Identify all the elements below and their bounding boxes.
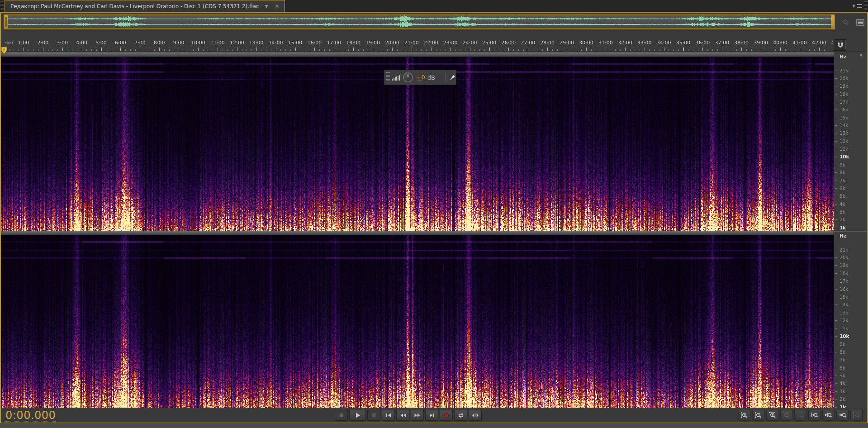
frequency-label: 8k: [840, 349, 845, 355]
pause-icon: [370, 413, 378, 418]
scale-options-icon[interactable]: ▼: [860, 53, 863, 57]
magnet-icon: [837, 42, 844, 49]
ruler-minute-label: 40:00: [773, 40, 787, 46]
frequency-scale-right: Hz21k20k19k18k17k16k15k14k13k12k11k10k9k…: [834, 232, 867, 410]
fast-forward-button[interactable]: [411, 410, 424, 421]
pause-button: [367, 410, 380, 421]
record-button[interactable]: [440, 410, 453, 421]
overview-waveform[interactable]: [5, 15, 833, 28]
frequency-label: 11k: [840, 326, 848, 331]
ruler-minute-label: 35:00: [676, 40, 691, 46]
zoom-out-time-button: [780, 410, 792, 421]
frequency-label: 15k: [840, 294, 848, 300]
snap-toggle-button[interactable]: [834, 39, 846, 51]
ruler-minute-label: 39:00: [754, 40, 768, 46]
ruler-minute-label: 14:00: [269, 40, 283, 46]
skip-end-icon: [428, 413, 436, 418]
ruler-minute-label: 41:00: [792, 40, 807, 46]
zoom-out-amplitude-button[interactable]: [752, 410, 764, 421]
frequency-label: 12k: [840, 138, 848, 144]
playhead-time-display[interactable]: 0:00.000: [5, 409, 56, 422]
skip-start-icon: [385, 413, 392, 418]
editor-panel: чмс 1:002:003:004:005:006:007:008:009:00…: [0, 12, 868, 423]
gain-knob[interactable]: [403, 72, 413, 82]
window-bottom-strip: [0, 424, 868, 428]
skip-sel-icon: [472, 413, 479, 418]
timeline-ruler[interactable]: чмс 1:002:003:004:005:006:007:008:009:00…: [1, 31, 867, 52]
frequency-label: 6k: [840, 185, 845, 191]
frequency-label: 8k: [840, 170, 845, 175]
overview-navigator[interactable]: [4, 14, 835, 29]
rewind-button[interactable]: [396, 410, 409, 421]
frequency-label: 9k: [840, 341, 845, 347]
ruler-minute-label: 29:00: [560, 40, 574, 46]
zoom-to-selection-button[interactable]: [836, 410, 849, 421]
tab-dropdown-icon[interactable]: ▼: [263, 4, 270, 9]
panel-menu-icon[interactable]: ▼: [850, 0, 864, 12]
frequency-label: 10k: [840, 154, 849, 159]
frequency-label: 6k: [840, 365, 845, 371]
overview-left-handle[interactable]: [5, 15, 8, 29]
overview-zoom-out-icon[interactable]: [841, 18, 851, 27]
spectrogram-right-channel[interactable]: [1, 235, 834, 410]
panel-drag-grip[interactable]: [0, 1, 4, 10]
panel-edge-grip[interactable]: [864, 1, 868, 10]
ruler-minute-label: 22:00: [424, 40, 438, 46]
frequency-label: 18k: [840, 271, 848, 276]
ruler-minute-label: 43:00: [831, 40, 833, 46]
ruler-minute-label: 21:00: [404, 40, 419, 46]
frequency-label: 2k: [840, 217, 845, 222]
loop-playback-button[interactable]: [454, 410, 467, 421]
overview-menu-icon[interactable]: [855, 18, 865, 27]
ruler-minute-label: 3:00: [57, 40, 68, 46]
audition-window: Редактор: Paul McCartney and Carl Davis …: [0, 0, 868, 428]
editor-tab-title: Редактор: Paul McCartney and Carl Davis …: [10, 3, 259, 10]
tab-close-icon[interactable]: ×: [273, 3, 280, 10]
ruler-minute-label: 37:00: [715, 40, 729, 46]
frequency-label: 1k: [840, 225, 846, 230]
gain-value[interactable]: +0: [417, 74, 425, 81]
ruler-minute-label: 2:00: [37, 40, 48, 46]
status-bar: 0:00.000: [1, 408, 867, 423]
frequency-label: 7k: [840, 178, 845, 183]
frequency-label: 7k: [840, 357, 845, 362]
lane-divider-middle[interactable]: [1, 231, 834, 235]
ruler-minute-label: 16:00: [308, 40, 322, 46]
spectrogram-area: +0 dB: [1, 52, 834, 411]
zoom-reset-button: [794, 410, 806, 421]
frequency-label: 18k: [840, 91, 848, 97]
ruler-minute-label: 8:00: [154, 40, 165, 46]
ruler-minute-label: 26:00: [502, 40, 516, 46]
zoom-controls: [738, 410, 863, 421]
overview-right-handle[interactable]: [831, 15, 834, 29]
hud-drag-grip[interactable]: [386, 72, 390, 82]
frequency-label: 19k: [840, 83, 848, 89]
ruler-minute-label: 28:00: [540, 40, 555, 46]
frequency-label: 14k: [840, 123, 848, 128]
zoom-in-at-out-point-button[interactable]: [822, 410, 835, 421]
editor-tab[interactable]: Редактор: Paul McCartney and Carl Davis …: [5, 0, 285, 12]
skip-to-end-button[interactable]: [425, 410, 438, 421]
playhead-marker[interactable]: [1, 47, 8, 54]
frequency-unit-label: Hz: [840, 233, 847, 239]
pin-icon[interactable]: [450, 74, 456, 81]
ruler-minute-label: 19:00: [365, 40, 380, 46]
transport-controls: [335, 410, 482, 421]
lane-divider-top[interactable]: [1, 52, 834, 57]
ruler-minute-label: 27:00: [521, 40, 535, 46]
skip-selection-button[interactable]: [469, 410, 482, 421]
frequency-label: 13k: [840, 310, 848, 315]
stop-button: [335, 410, 348, 421]
zoom-in-time-button[interactable]: [766, 410, 778, 421]
tab-bar-empty-space: [285, 0, 850, 12]
skip-to-start-button[interactable]: [382, 410, 395, 421]
frequency-label: 9k: [840, 162, 845, 167]
play-button[interactable]: [349, 410, 366, 421]
frequency-label: 4k: [840, 380, 845, 386]
ruler-minute-label: 17:00: [327, 40, 341, 46]
stop-icon: [338, 413, 345, 418]
gain-hud[interactable]: +0 dB: [384, 70, 456, 85]
zoom-in-at-in-point-button[interactable]: [808, 410, 821, 421]
ruler-minute-label: 24:00: [463, 40, 477, 46]
zoom-in-amplitude-button[interactable]: [738, 410, 750, 421]
